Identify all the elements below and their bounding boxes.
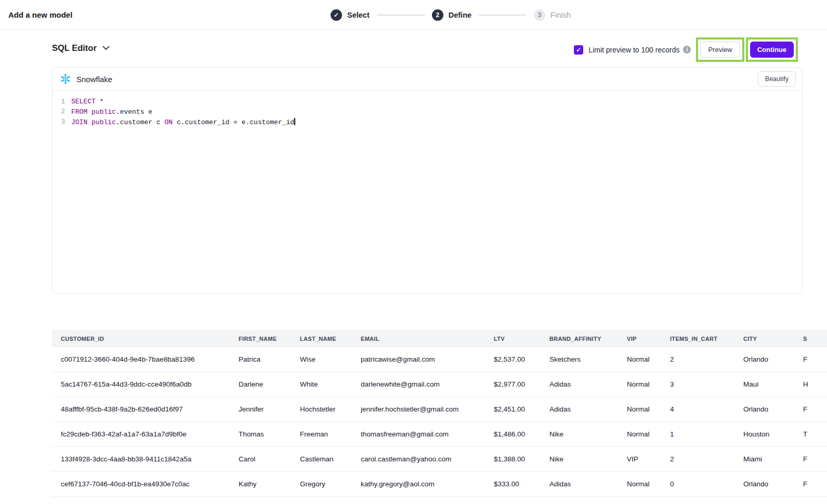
table-header-row: CUSTOMER_IDFIRST_NAMELAST_NAMEEMAILLTVBR… <box>52 330 827 347</box>
table-cell: Freeman <box>300 430 361 438</box>
step-select-circle: ✓ <box>331 9 342 21</box>
table-row: 5ac14767-615a-44d3-9ddc-cce490f6a0dbDarl… <box>52 372 827 397</box>
step-finish[interactable]: 3 Finish <box>534 9 571 21</box>
sql-token: SELECT <box>71 98 96 105</box>
sql-token: FROM <box>71 108 87 116</box>
table-cell: $2,977.00 <box>494 380 549 388</box>
table-cell: F <box>803 405 827 413</box>
table-cell: Houston <box>743 430 803 438</box>
table-cell: F <box>803 355 827 363</box>
sql-token: JOIN <box>71 118 87 126</box>
table-cell: Thomas <box>239 430 300 438</box>
column-header: CITY <box>743 336 803 342</box>
code-line: 2FROM public.events e <box>52 107 802 117</box>
table-cell: White <box>300 380 361 388</box>
table-cell: $1,388.00 <box>494 455 549 463</box>
table-cell: $1,486.00 <box>494 430 549 438</box>
table-cell: kathy.gregory@aol.com <box>361 480 494 488</box>
step-finish-label: Finish <box>550 11 571 19</box>
preview-button[interactable]: Preview <box>700 42 740 58</box>
preview-controls: ✓ Limit preview to 100 records i Preview… <box>574 37 798 62</box>
table-cell: Normal <box>627 355 670 363</box>
sql-token: .customer c <box>116 118 165 126</box>
limit-preview-label: Limit preview to 100 records <box>588 46 679 54</box>
sql-token: * <box>96 98 104 105</box>
chevron-down-icon <box>102 46 110 50</box>
page-title: Add a new model <box>8 0 72 30</box>
line-number: 1 <box>52 98 65 105</box>
column-header: FIRST_NAME <box>239 336 300 342</box>
limit-preview-checkbox[interactable]: ✓ <box>574 45 583 55</box>
table-cell: Normal <box>627 380 670 388</box>
table-cell: darlenewhite@gmail.com <box>361 380 494 388</box>
preview-button-highlight: Preview <box>696 37 744 62</box>
table-cell: 5ac14767-615a-44d3-9ddc-cce490f6a0db <box>52 380 239 388</box>
sql-code-editor[interactable]: 1SELECT *2FROM public.events e3JOIN publ… <box>52 91 802 287</box>
table-cell: jennifer.hochstetler@gmail.com <box>361 405 494 413</box>
beautify-button[interactable]: Beautify <box>758 71 796 87</box>
table-cell: $333.00 <box>494 480 549 488</box>
table-cell: 48afffbf-95cb-438f-9a2b-626ed0d16f97 <box>52 405 239 413</box>
table-cell: c0071912-3660-404d-9e4b-7bae8ba81396 <box>52 355 239 363</box>
wizard-stepper: ✓ Select 2 Define 3 Finish <box>331 0 571 30</box>
table-cell: Nike <box>549 455 627 463</box>
table-cell: Orlando <box>743 355 803 363</box>
code-text: JOIN public.customer c ON c.customer_id … <box>71 118 295 126</box>
column-header: CUSTOMER_ID <box>52 336 239 342</box>
table-cell: Kathy <box>239 480 300 488</box>
table-cell: 4 <box>670 405 743 413</box>
table-cell: 3 <box>670 380 743 388</box>
text-cursor <box>294 118 295 125</box>
table-cell: cef67137-7046-40cd-bf1b-ea4930e7c0ac <box>52 480 239 488</box>
table-cell: Normal <box>627 480 670 488</box>
table-cell: Nike <box>549 430 627 438</box>
info-icon[interactable]: i <box>683 46 691 54</box>
line-number: 3 <box>52 118 65 126</box>
table-cell: VIP <box>627 455 670 463</box>
sql-token: public <box>91 118 116 126</box>
editor-type-dropdown[interactable]: SQL Editor <box>52 41 110 55</box>
results-preview-table: CUSTOMER_IDFIRST_NAMELAST_NAMEEMAILLTVBR… <box>52 330 827 497</box>
column-header: LTV <box>494 336 549 342</box>
table-cell: carol.castleman@yahoo.com <box>361 455 494 463</box>
step-select[interactable]: ✓ Select <box>331 9 370 21</box>
sql-editor-header: Snowflake Beautify <box>52 68 802 91</box>
step-finish-circle: 3 <box>534 9 545 21</box>
table-cell: Patrica <box>239 355 300 363</box>
table-cell: H <box>803 380 827 388</box>
continue-button[interactable]: Continue <box>750 42 794 58</box>
table-cell: Maui <box>743 380 803 388</box>
column-header: LAST_NAME <box>300 336 361 342</box>
table-cell: T <box>803 430 827 438</box>
step-define-circle: 2 <box>432 9 443 21</box>
table-cell: Wise <box>300 355 361 363</box>
column-header: BRAND_AFFINITY <box>549 336 627 342</box>
sql-token <box>87 108 91 116</box>
sql-token: c.customer_id = e.customer_id <box>173 118 294 126</box>
column-header: S <box>803 336 827 342</box>
step-define[interactable]: 2 Define <box>432 9 471 21</box>
table-cell: Normal <box>627 405 670 413</box>
table-cell: Adidas <box>549 405 627 413</box>
snowflake-icon <box>60 73 71 85</box>
sql-token: .events e <box>116 108 152 116</box>
table-row: cef67137-7046-40cd-bf1b-ea4930e7c0acKath… <box>52 472 827 497</box>
table-cell: 1 <box>670 430 743 438</box>
table-cell: Orlando <box>743 480 803 488</box>
top-bar: Add a new model ✓ Select 2 Define 3 Fini… <box>0 0 827 30</box>
table-cell: 2 <box>670 455 743 463</box>
sql-token: ON <box>164 118 173 126</box>
column-header: VIP <box>627 336 670 342</box>
table-cell: Jennifer <box>239 405 300 413</box>
line-number: 2 <box>52 108 65 115</box>
check-icon: ✓ <box>576 46 581 54</box>
code-line: 1SELECT * <box>52 97 802 107</box>
table-cell: patricawise@gmail.com <box>361 355 494 363</box>
table-cell: $2,451.00 <box>494 405 549 413</box>
table-body: c0071912-3660-404d-9e4b-7bae8ba81396Patr… <box>52 347 827 497</box>
sql-token <box>87 118 91 126</box>
table-row: 133f4928-3dcc-4aa8-bb38-9411c1842a5aCaro… <box>52 447 827 472</box>
sql-token: public <box>91 108 116 116</box>
table-cell: Carol <box>239 455 300 463</box>
table-cell: Castleman <box>300 455 361 463</box>
